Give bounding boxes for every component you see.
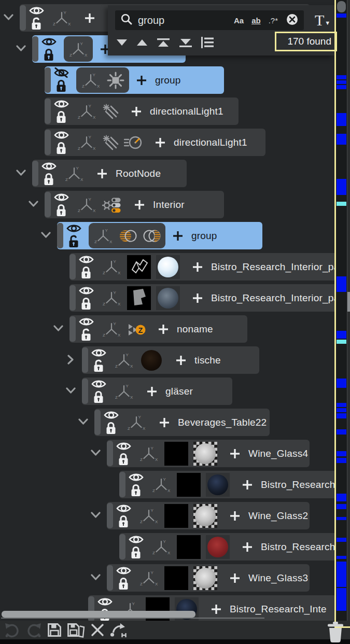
plus-icon[interactable] xyxy=(173,231,183,241)
tree-row[interactable]: YZXWine_Glass4 xyxy=(107,440,310,467)
tree-row[interactable]: YZXgroup xyxy=(45,66,224,94)
tree-row[interactable]: YZXWine_Glass2 xyxy=(107,502,310,529)
plus-icon[interactable] xyxy=(242,480,253,490)
chevron-down-icon[interactable] xyxy=(91,448,101,458)
row-grip[interactable] xyxy=(107,565,113,591)
match-case-button[interactable]: Aa xyxy=(234,16,244,25)
lock-closed-icon[interactable] xyxy=(117,514,130,528)
plus-icon[interactable] xyxy=(159,417,170,428)
trash-icon[interactable] xyxy=(326,621,345,643)
eye-icon[interactable] xyxy=(79,254,94,265)
plus-icon[interactable] xyxy=(192,293,203,303)
eye-icon[interactable] xyxy=(79,285,94,296)
text-options-button[interactable]: T▼ xyxy=(315,11,333,30)
eye-icon[interactable] xyxy=(104,410,119,421)
lock-closed-icon[interactable] xyxy=(117,452,130,466)
lock-closed-icon[interactable] xyxy=(92,390,105,404)
eye-icon[interactable] xyxy=(41,36,57,47)
save-as-button[interactable] xyxy=(67,622,86,638)
match-scrollbar[interactable] xyxy=(336,0,347,621)
plus-icon[interactable] xyxy=(97,169,107,179)
tree-row[interactable]: YZXBistro_Research_Interi xyxy=(119,471,350,498)
tree-row[interactable]: YZXtische xyxy=(82,346,259,374)
row-grip[interactable] xyxy=(119,534,125,559)
chevron-down-icon[interactable] xyxy=(4,12,13,22)
lock-closed-icon[interactable] xyxy=(55,79,67,93)
plus-icon[interactable] xyxy=(230,573,240,583)
lock-open-icon[interactable] xyxy=(80,328,92,342)
save-button[interactable] xyxy=(47,622,62,638)
lock-closed-icon[interactable] xyxy=(130,483,142,497)
chevron-down-icon[interactable] xyxy=(91,572,101,582)
undo-button[interactable] xyxy=(4,622,21,638)
eye-icon[interactable] xyxy=(97,596,113,607)
lock-closed-icon[interactable] xyxy=(117,577,130,591)
tree-row[interactable]: YZXdirectionalLight1 xyxy=(45,129,265,156)
redo-button[interactable] xyxy=(25,622,42,638)
tree-row[interactable]: YZXBeverages_Table22 xyxy=(94,409,270,436)
lock-closed-icon[interactable] xyxy=(43,48,55,62)
h-scrollbar-track[interactable] xyxy=(1,618,264,619)
row-grip[interactable] xyxy=(107,441,113,466)
eye-icon[interactable] xyxy=(129,472,144,483)
delete-x-button[interactable] xyxy=(90,623,105,637)
row-grip[interactable] xyxy=(94,410,101,435)
row-grip[interactable] xyxy=(57,223,63,248)
plus-icon[interactable] xyxy=(242,542,253,552)
plus-icon[interactable] xyxy=(131,106,142,117)
convert-button[interactable] xyxy=(109,622,127,638)
lock-closed-icon[interactable] xyxy=(55,203,67,217)
whole-word-button[interactable]: ab xyxy=(251,16,261,25)
eye-icon[interactable] xyxy=(79,316,94,327)
tree-row[interactable]: YZXZnoname xyxy=(69,315,247,343)
eye-icon[interactable] xyxy=(91,347,106,358)
plus-icon[interactable] xyxy=(176,355,186,366)
lock-closed-icon[interactable] xyxy=(55,141,67,155)
plus-icon[interactable] xyxy=(136,75,147,86)
tree-row[interactable]: YZXgroup xyxy=(57,222,262,249)
plus-icon[interactable] xyxy=(230,511,240,521)
chevron-down-icon[interactable] xyxy=(16,168,26,178)
lock-open-icon[interactable] xyxy=(92,359,105,373)
scrollbar-thumb[interactable] xyxy=(337,1,346,12)
row-grip[interactable] xyxy=(69,254,76,279)
nav-up-icon[interactable] xyxy=(136,39,148,47)
row-grip[interactable] xyxy=(119,472,125,497)
chevron-down-icon[interactable] xyxy=(78,417,88,427)
row-grip[interactable] xyxy=(32,161,38,186)
chevron-right-icon[interactable] xyxy=(66,355,76,365)
search-query[interactable]: group xyxy=(138,15,226,26)
lock-open-icon[interactable] xyxy=(30,17,43,31)
eye-icon[interactable] xyxy=(66,223,81,234)
row-grip[interactable] xyxy=(82,379,88,404)
chevron-down-icon[interactable] xyxy=(29,199,38,209)
nav-bottom-icon[interactable] xyxy=(179,38,192,47)
row-grip[interactable] xyxy=(82,347,88,373)
eye-icon[interactable] xyxy=(129,534,144,545)
tree-row[interactable]: YZXBistro_Research_Interior_paris_bu xyxy=(69,284,350,312)
panel-edge-scrollbar-thumb[interactable] xyxy=(347,292,350,312)
lock-closed-icon[interactable] xyxy=(55,110,67,124)
found-list-icon[interactable] xyxy=(201,37,215,48)
plus-icon[interactable] xyxy=(230,449,240,459)
tree-row[interactable]: YZXInterior xyxy=(45,191,224,218)
chevron-down-icon[interactable] xyxy=(41,230,51,240)
row-grip[interactable] xyxy=(107,503,113,528)
plus-icon[interactable] xyxy=(192,262,203,272)
row-grip[interactable] xyxy=(69,285,76,311)
h-scrollbar-thumb[interactable] xyxy=(2,611,195,618)
lock-closed-icon[interactable] xyxy=(43,172,55,186)
plus-icon[interactable] xyxy=(85,13,95,23)
plus-icon[interactable] xyxy=(134,200,145,210)
chevron-down-icon[interactable] xyxy=(16,44,26,53)
plus-icon[interactable] xyxy=(155,137,165,148)
chevron-down-icon[interactable] xyxy=(53,324,63,333)
lock-closed-icon[interactable] xyxy=(105,421,117,435)
eye-icon[interactable] xyxy=(54,130,69,141)
plus-icon[interactable] xyxy=(158,324,169,334)
lock-open-icon[interactable] xyxy=(67,234,80,248)
tree-row[interactable]: YZXBistro_Research_Interi xyxy=(119,533,350,561)
tree-row[interactable]: YZXBistro_Research_Inte xyxy=(88,595,337,623)
eye-icon[interactable] xyxy=(116,503,131,514)
clear-search-icon[interactable] xyxy=(286,13,298,27)
